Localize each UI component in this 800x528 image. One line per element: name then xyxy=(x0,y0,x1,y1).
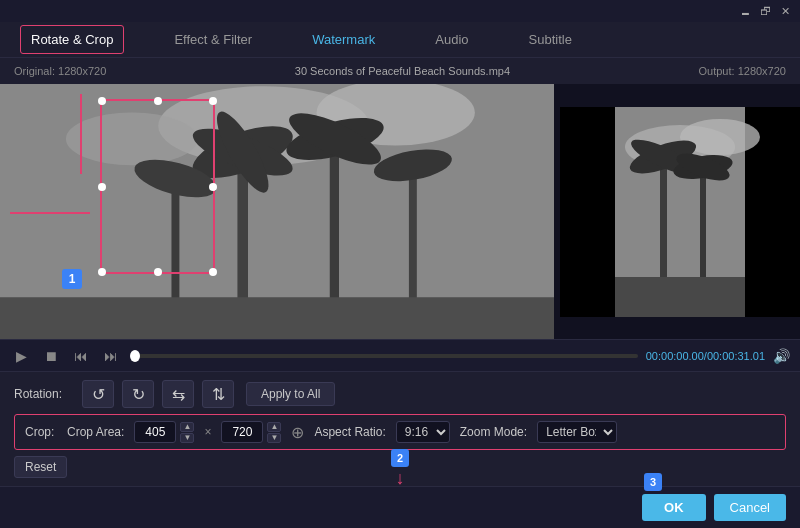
prev-btn[interactable]: ⏮ xyxy=(70,345,92,367)
restore-btn[interactable]: 🗗 xyxy=(758,4,772,18)
aspect-ratio-dropdown[interactable]: 9:16 xyxy=(396,421,450,443)
tab-effect-filter[interactable]: Effect & Filter xyxy=(164,26,262,53)
crop-height-down[interactable]: ▼ xyxy=(267,433,281,443)
zoom-mode-label: Zoom Mode: xyxy=(460,425,527,439)
crop-width-up[interactable]: ▲ xyxy=(180,422,194,432)
badge-3: 3 xyxy=(644,473,662,491)
filename: 30 Seconds of Peaceful Beach Sounds.mp4 xyxy=(295,65,510,77)
reset-btn[interactable]: Reset xyxy=(14,456,67,478)
crop-width-down[interactable]: ▼ xyxy=(180,433,194,443)
red-line-h xyxy=(10,212,90,214)
crosshair-icon: ⊕ xyxy=(291,423,304,442)
svg-rect-28 xyxy=(615,107,745,317)
volume-icon[interactable]: 🔊 xyxy=(773,348,790,364)
aspect-ratio-label: Aspect Ratio: xyxy=(314,425,385,439)
crop-height-group: ▲ ▼ xyxy=(221,421,281,443)
flip-v-btn[interactable]: ⇅ xyxy=(202,380,234,408)
flip-h-btn[interactable]: ⇆ xyxy=(162,380,194,408)
preview-right xyxy=(560,84,800,339)
title-bar: 🗕 🗗 ✕ xyxy=(0,0,800,22)
zoom-mode-dropdown[interactable]: Letter Box xyxy=(537,421,617,443)
crop-width-spin: ▲ ▼ xyxy=(180,422,194,443)
main-area: Original: 1280x720 30 Seconds of Peacefu… xyxy=(0,58,800,528)
time-display: 00:00:00.00/00:00:31.01 xyxy=(646,350,765,362)
output-size: Output: 1280x720 xyxy=(699,65,786,77)
close-btn[interactable]: ✕ xyxy=(778,4,792,18)
badge-2: 2 xyxy=(391,449,409,467)
ok-btn[interactable]: OK xyxy=(642,494,706,521)
preview-left: 1 xyxy=(0,84,554,339)
minimize-btn[interactable]: 🗕 xyxy=(738,4,752,18)
crop-width-group: ▲ ▼ xyxy=(134,421,194,443)
badge-1: 1 xyxy=(62,269,82,289)
crop-label: Crop: xyxy=(25,425,57,439)
original-size: Original: 1280x720 xyxy=(14,65,106,77)
apply-to-all-btn[interactable]: Apply to All xyxy=(246,382,335,406)
crop-area-label: Crop Area: xyxy=(67,425,124,439)
crop-height-spin: ▲ ▼ xyxy=(267,422,281,443)
preview-area: 1 xyxy=(0,84,800,339)
tab-bar: Rotate & Crop Effect & Filter Watermark … xyxy=(0,22,800,58)
crop-height-input[interactable] xyxy=(221,421,263,443)
tab-rotate-crop[interactable]: Rotate & Crop xyxy=(20,25,124,54)
timeline-thumb[interactable] xyxy=(130,350,140,362)
bottom-area: 2 ↓ 3 OK Cancel xyxy=(0,486,800,528)
tab-watermark[interactable]: Watermark xyxy=(302,26,385,53)
tab-subtitle[interactable]: Subtitle xyxy=(519,26,582,53)
rotation-label: Rotation: xyxy=(14,387,74,401)
crop-height-up[interactable]: ▲ xyxy=(267,422,281,432)
timeline-track[interactable] xyxy=(130,354,638,358)
stop-btn[interactable]: ⏹ xyxy=(40,345,62,367)
crop-width-input[interactable] xyxy=(134,421,176,443)
play-btn[interactable]: ▶ xyxy=(10,345,32,367)
video-info-bar: Original: 1280x720 30 Seconds of Peacefu… xyxy=(0,58,800,84)
crop-panel: Crop: Crop Area: ▲ ▼ × ▲ ▼ ⊕ Aspect Rati… xyxy=(14,414,786,450)
rotate-cw-btn[interactable]: ↻ xyxy=(122,380,154,408)
red-line-v xyxy=(80,94,82,174)
timeline-bar: ▶ ⏹ ⏮ ⏭ 00:00:00.00/00:00:31.01 🔊 xyxy=(0,339,800,371)
down-arrow: ↓ xyxy=(396,469,405,487)
cancel-btn[interactable]: Cancel xyxy=(714,494,786,521)
tab-audio[interactable]: Audio xyxy=(425,26,478,53)
rotation-row: Rotation: ↺ ↻ ⇆ ⇅ Apply to All xyxy=(14,380,786,408)
rotate-ccw-btn[interactable]: ↺ xyxy=(82,380,114,408)
x-separator: × xyxy=(204,425,211,439)
next-btn[interactable]: ⏭ xyxy=(100,345,122,367)
